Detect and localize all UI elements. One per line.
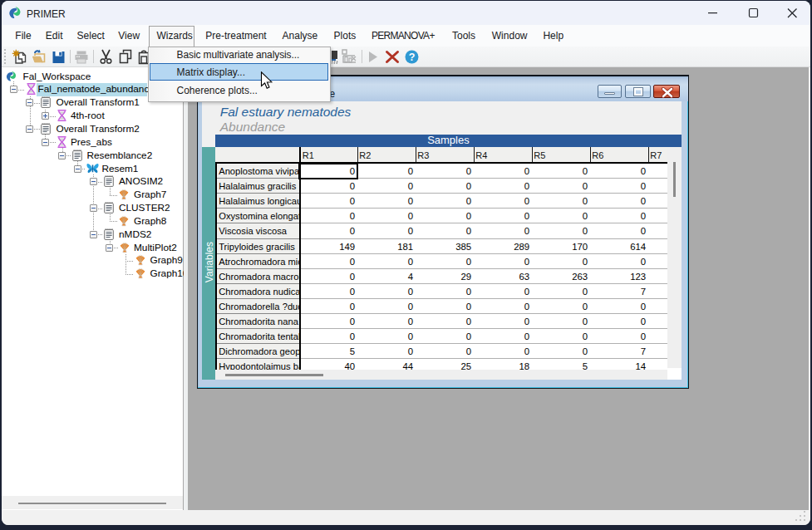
svg-text:?: ? bbox=[409, 52, 416, 63]
